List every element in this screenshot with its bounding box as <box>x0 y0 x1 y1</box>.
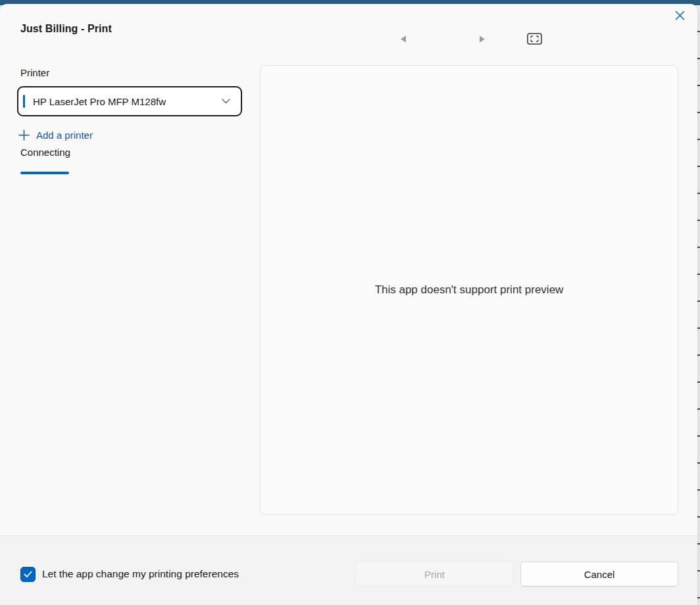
print-preview-panel: This app doesn't support print preview <box>260 65 678 515</box>
add-printer-link[interactable]: Add a printer <box>18 127 93 143</box>
add-printer-label: Add a printer <box>36 130 93 141</box>
previous-page-button[interactable] <box>389 28 418 49</box>
cancel-button-label: Cancel <box>584 569 615 580</box>
printer-select[interactable]: HP LaserJet Pro MFP M128fw <box>17 86 242 116</box>
cancel-button[interactable]: Cancel <box>520 562 678 587</box>
screen: Just Billing - Print <box>0 0 700 605</box>
fit-to-page-button[interactable] <box>520 28 549 49</box>
chevron-down-icon <box>222 99 230 104</box>
fit-to-page-icon <box>527 33 542 45</box>
forward-arrow-icon <box>479 35 486 43</box>
checkmark-icon <box>24 571 32 578</box>
selected-printer-value: HP LaserJet Pro MFP M128fw <box>33 96 222 107</box>
connecting-progress-bar <box>20 172 69 174</box>
dialog-footer: Let the app change my printing preferenc… <box>0 535 697 605</box>
plus-icon <box>18 130 30 141</box>
print-button[interactable]: Print <box>355 562 514 587</box>
dialog-title: Just Billing - Print <box>20 23 112 35</box>
print-button-label: Print <box>424 569 445 580</box>
printer-status-text: Connecting <box>20 147 70 158</box>
print-dialog: Just Billing - Print <box>0 4 697 605</box>
preview-unsupported-message: This app doesn't support print preview <box>375 283 564 297</box>
close-icon <box>675 11 685 20</box>
close-button[interactable] <box>667 5 692 25</box>
selection-accent-bar <box>23 95 25 108</box>
printing-preferences-label: Let the app change my printing preferenc… <box>42 568 239 580</box>
printing-preferences-checkbox[interactable] <box>20 567 36 582</box>
back-arrow-icon <box>400 35 407 43</box>
printer-label: Printer <box>20 67 49 78</box>
next-page-button[interactable] <box>468 28 497 49</box>
